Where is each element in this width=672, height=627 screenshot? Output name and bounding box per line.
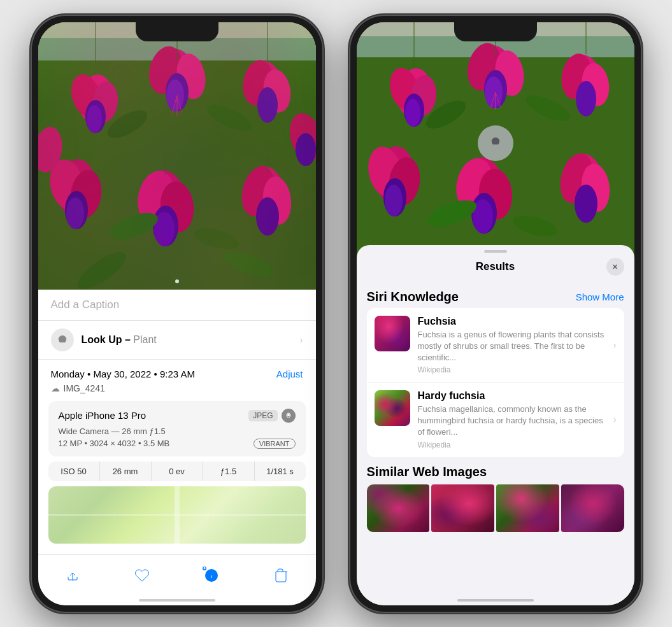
siri-knowledge-header: Siri Knowledge Show More (357, 283, 634, 308)
exif-iso: ISO 50 (48, 461, 100, 481)
web-image-2[interactable] (431, 484, 494, 532)
hardy-desc: Fuchsia magellanica, commonly known as t… (418, 404, 608, 439)
caption-input[interactable]: Add a Caption (38, 290, 316, 321)
lookup-label: Look Up – Plant (82, 334, 157, 346)
svg-point-19 (257, 87, 278, 123)
date-text: Monday • May 30, 2022 • 9:23 AM (51, 369, 195, 379)
device-name: Apple iPhone 13 Pro (59, 410, 147, 421)
delete-button[interactable] (272, 567, 290, 584)
mp-text: 12 MP • 3024 × 4032 • 3.5 MB (59, 439, 170, 448)
svg-point-15 (87, 105, 102, 133)
fuchsia-name: Fuchsia (418, 316, 608, 327)
close-button[interactable]: × (606, 258, 624, 276)
svg-point-7 (166, 80, 184, 111)
exif-shutter: 1/181 s (255, 461, 306, 481)
web-images-section: Similar Web Images (357, 458, 634, 536)
web-images-title: Similar Web Images (367, 465, 624, 479)
adjust-button[interactable]: Adjust (276, 369, 303, 379)
vibrant-badge: VIBRANT (254, 439, 296, 449)
exif-row: ISO 50 26 mm 0 ev ƒ1.5 1/181 s (48, 461, 306, 481)
hardy-source: Wikipedia (418, 440, 608, 449)
phone-2: Results × Siri Knowledge Show More (349, 15, 642, 613)
hardy-name: Hardy fuchsia (418, 390, 608, 402)
phone-1: Add a Caption Look Up – Plant › (31, 15, 324, 613)
exif-focal: 26 mm (100, 461, 152, 481)
fuchsia-desc: Fuchsia is a genus of flowering plants t… (418, 329, 608, 364)
results-title: Results (385, 260, 606, 273)
hardy-chevron-icon: › (613, 414, 617, 425)
map-preview[interactable] (48, 486, 306, 544)
sheet-header: Results × (357, 253, 634, 283)
svg-point-73 (576, 81, 596, 116)
show-more-button[interactable]: Show More (576, 292, 624, 302)
jpeg-badge: JPEG (248, 410, 277, 421)
date-section: Monday • May 30, 2022 • 9:23 AM Adjust (38, 360, 316, 382)
home-bar-2 (457, 599, 534, 602)
visual-lookup-button[interactable] (478, 125, 513, 161)
camera-spec: Wide Camera — 26 mm ƒ1.5 (59, 426, 296, 436)
svg-point-35 (296, 133, 316, 166)
svg-point-78 (385, 185, 403, 216)
photo-toolbar: ✦ (38, 554, 316, 605)
svg-point-61 (485, 76, 503, 108)
exif-aperture: ƒ1.5 (203, 461, 255, 481)
photo-display[interactable] (38, 22, 316, 290)
siri-knowledge-title: Siri Knowledge (367, 290, 459, 304)
svg-point-33 (256, 197, 279, 236)
hardy-fuchsia-item[interactable]: Hardy fuchsia Fuchsia magellanica, commo… (367, 383, 624, 457)
hardy-thumb (375, 390, 410, 426)
notch (136, 22, 218, 41)
page-indicator (175, 279, 179, 283)
fuchsia-text: Fuchsia Fuchsia is a genus of flowering … (418, 316, 608, 375)
svg-point-24 (66, 197, 84, 229)
fuchsia-chevron-icon: › (613, 340, 617, 350)
filename-text: IMG_4241 (64, 383, 105, 393)
lookup-row[interactable]: Look Up – Plant › (38, 321, 316, 360)
web-image-4[interactable] (561, 484, 624, 532)
web-image-3[interactable] (496, 484, 559, 532)
exif-ev: 0 ev (152, 461, 203, 481)
cloud-icon: ☁ (51, 383, 60, 393)
notch-2 (454, 22, 537, 41)
results-sheet: Results × Siri Knowledge Show More (357, 245, 634, 605)
svg-point-49 (287, 414, 290, 416)
location-icon[interactable] (282, 409, 296, 423)
results-photo (357, 22, 634, 264)
knowledge-card: Fuchsia Fuchsia is a genus of flowering … (367, 308, 624, 457)
chevron-right-icon: › (300, 335, 303, 345)
share-button[interactable] (64, 567, 82, 584)
siri-visual-look-icon (51, 328, 74, 351)
web-image-1[interactable] (367, 484, 430, 532)
svg-point-69 (405, 99, 420, 127)
svg-point-87 (575, 185, 597, 223)
fuchsia-thumb (375, 316, 410, 351)
web-images-row (367, 484, 624, 532)
fuchsia-item[interactable]: Fuchsia Fuchsia is a genus of flowering … (367, 308, 624, 383)
favorite-button[interactable] (133, 567, 151, 584)
home-bar (139, 599, 215, 602)
filename-row: ☁ IMG_4241 (38, 382, 316, 401)
info-button[interactable]: ✦ (203, 567, 220, 584)
hardy-text: Hardy fuchsia Fuchsia magellanica, commo… (418, 390, 608, 449)
device-section: Apple iPhone 13 Pro JPEG Wide Camera (48, 401, 306, 456)
fuchsia-source: Wikipedia (418, 365, 608, 374)
